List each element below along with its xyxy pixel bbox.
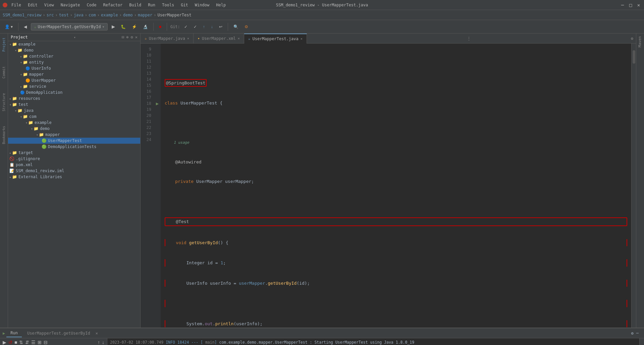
menu-window[interactable]: Window (194, 2, 211, 8)
run-tab[interactable]: Run (6, 329, 22, 337)
tree-item-pom.xml[interactable]: 📋pom.xml (8, 162, 140, 168)
tree-item-mapper[interactable]: ▾ 📁mapper (8, 71, 140, 77)
window-controls[interactable]: ─ □ ✕ (620, 2, 641, 8)
editor-settings-icon[interactable]: ⚙ (631, 36, 633, 41)
tree-item-demoapplicationtests[interactable]: 🟢DemoApplicationTests (8, 144, 140, 150)
tab-more-button[interactable]: ⋮ (464, 35, 474, 42)
tree-item-demo[interactable]: ▾ 📁demo (8, 47, 140, 53)
collapse-all-icon[interactable]: ⊟ (122, 35, 124, 40)
sort-button-2[interactable]: ⇵ (25, 340, 29, 345)
minimize-button[interactable]: ─ (620, 2, 625, 8)
run-gutter-icon[interactable]: ▶ (154, 100, 161, 107)
close-bottom-icon[interactable]: ─ (636, 331, 639, 336)
run-config-selector[interactable]: ☕ UserMapperTest.getUserById ▾ (31, 23, 107, 30)
stop-test-button[interactable]: ■ (14, 340, 17, 345)
breadcrumb-com[interactable]: com (89, 13, 96, 17)
breadcrumb-test[interactable]: test (59, 13, 69, 17)
debug-button[interactable]: 🐛 (119, 23, 128, 30)
back-button[interactable]: ◀ (22, 23, 29, 30)
rerun-failed-button[interactable]: ↺ (8, 340, 12, 345)
breadcrumb-mapper[interactable]: mapper (138, 13, 152, 17)
git-pull[interactable]: ↓ (209, 23, 215, 30)
breadcrumb-java[interactable]: java (74, 13, 84, 17)
close-button[interactable]: ✕ (636, 2, 641, 8)
sidebar-icon-project[interactable]: Project (1, 36, 7, 53)
menu-refactor[interactable]: Refactor (102, 2, 124, 8)
tree-item-target[interactable]: ▸ 📁target (8, 150, 140, 156)
prev-test-button[interactable]: ↑ (98, 340, 100, 345)
run-button[interactable]: ▶ (110, 23, 117, 30)
tab-usermapper-java[interactable]: ☕ UserMapper.java ✕ (141, 33, 194, 44)
menu-run[interactable]: Run (147, 2, 157, 8)
code-content[interactable]: @SpringBootTest class UserMapperTest { 1… (161, 44, 631, 328)
close-run-tab[interactable]: ✕ (96, 331, 98, 336)
tree-item-com[interactable]: ▾ 📁com (8, 114, 140, 120)
tree-item-usermapper[interactable]: 🟠UserMapper (8, 77, 140, 83)
settings-run-icon[interactable]: ⚙ (631, 331, 634, 336)
collapse-button[interactable]: ⊟ (44, 340, 48, 345)
breadcrumb-example[interactable]: example (101, 13, 118, 17)
tab-close-2[interactable]: ✕ (238, 37, 240, 40)
menu-file[interactable]: File (10, 2, 22, 8)
tree-item-demo[interactable]: ▾ 📁demo (8, 126, 140, 132)
hide-panel-icon[interactable]: ✕ (135, 35, 138, 40)
log-output[interactable]: 2023-07-02 18:07:00.749 INFO 18424 --- [… (107, 338, 639, 345)
settings-icon[interactable]: ⚙ (131, 35, 133, 40)
sort-button[interactable]: ⇅ (19, 340, 23, 345)
tree-item-example[interactable]: ▾ 📁example (8, 120, 140, 126)
next-test-button[interactable]: ↓ (102, 340, 104, 345)
editor-scrollbar[interactable] (631, 44, 636, 328)
menu-navigate[interactable]: Navigate (59, 2, 82, 8)
menu-build[interactable]: Build (128, 2, 143, 8)
log-scrollbar[interactable] (639, 338, 644, 345)
project-panel-dropdown[interactable]: ▾ (74, 36, 76, 39)
tree-item-userinfo[interactable]: 🔵UserInfo (8, 65, 140, 71)
expand-button[interactable]: ⊞ (38, 340, 42, 345)
editor-scrollbar-thumb[interactable] (633, 50, 635, 64)
user-button[interactable]: 👤 ▾ (3, 23, 15, 30)
menu-bar[interactable]: File Edit View Navigate Code Refactor Bu… (10, 2, 227, 8)
coverage-button[interactable]: ⚡ (130, 23, 139, 30)
bottom-panel-controls[interactable]: ⚙ ─ (631, 331, 641, 336)
git-checkmark-2[interactable]: ✓ (192, 23, 199, 30)
settings-button[interactable]: ⚙ (243, 23, 250, 30)
filter-button[interactable]: ☰ (31, 340, 36, 345)
scroll-to-file-icon[interactable]: ⊕ (126, 35, 128, 40)
breadcrumb-project[interactable]: SSM_demo1_review (3, 13, 42, 17)
tree-item-demoapplication[interactable]: 🔵DemoApplication (8, 89, 140, 95)
tree-item-.gitignore[interactable]: 🚫.gitignore (8, 156, 140, 162)
tree-item-mapper[interactable]: ▾ 📁mapper (8, 132, 140, 138)
breadcrumb-demo[interactable]: demo (123, 13, 133, 17)
maven-panel-label[interactable]: Maven (636, 33, 644, 50)
tree-item-usermappertest[interactable]: 🟢UserMapperTest (8, 138, 140, 144)
project-panel-controls[interactable]: ⊟ ⊕ ⚙ ✕ (122, 35, 138, 40)
rerun-button[interactable]: ▶ (3, 340, 6, 345)
git-push[interactable]: ↑ (201, 23, 207, 30)
tab-close-1[interactable]: ✕ (187, 37, 189, 40)
menu-edit[interactable]: Edit (26, 2, 39, 8)
git-undo[interactable]: ↩ (217, 23, 224, 30)
tab-usermappertest-java[interactable]: ☕ UserMapperTest.java ✕ (244, 33, 307, 44)
sidebar-icon-bookmarks[interactable]: Bookmarks (1, 125, 7, 145)
test-toolbar-right[interactable]: ↑ ↓ (98, 340, 104, 345)
breadcrumb-class[interactable]: UserMapperTest (158, 13, 192, 17)
tree-item-entity[interactable]: ▾ 📁entity (8, 59, 140, 65)
code-editor[interactable]: 9 10 11 12 13 14 15 16 17 18 19 20 21 22… (141, 44, 636, 328)
menu-view[interactable]: View (43, 2, 55, 8)
sidebar-icon-structure[interactable]: Structure (1, 92, 7, 113)
menu-help[interactable]: Help (215, 2, 227, 8)
git-checkmark-1[interactable]: ✓ (182, 23, 190, 30)
tree-item-test[interactable]: ▾ 📁test (8, 101, 140, 108)
profile-button[interactable]: 🔬 (141, 23, 150, 30)
tree-item-example[interactable]: ▾ 📁example (8, 41, 140, 47)
tab-close-3[interactable]: ✕ (301, 37, 303, 41)
stop-button[interactable]: ■ (157, 23, 163, 30)
menu-code[interactable]: Code (86, 2, 98, 8)
breadcrumb-src[interactable]: src (47, 13, 54, 17)
tree-item-controller[interactable]: ▸ 📁controller (8, 53, 140, 59)
sidebar-icon-commit[interactable]: Commit (1, 65, 7, 80)
tree-item-resources[interactable]: ▸ 📁resources (8, 95, 140, 101)
maximize-button[interactable]: □ (628, 2, 633, 8)
menu-git[interactable]: Git (179, 2, 190, 8)
tree-item-java[interactable]: ▾ 📁java (8, 108, 140, 114)
